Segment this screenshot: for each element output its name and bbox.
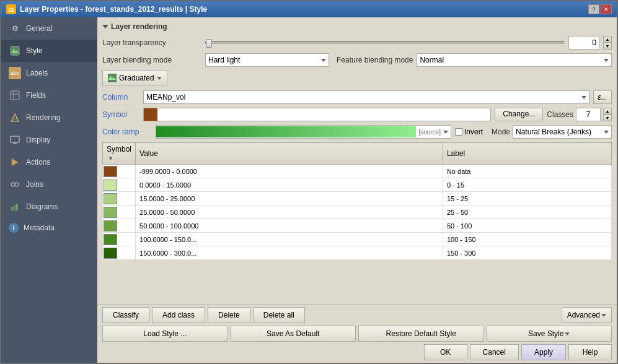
classes-section: Classes ▲ ▼ xyxy=(547,108,612,121)
add-class-button[interactable]: Add class xyxy=(152,307,205,323)
sidebar-item-metadata[interactable]: i Metadata xyxy=(1,218,97,238)
delete-all-button[interactable]: Delete all xyxy=(253,307,305,323)
save-style-arrow-icon xyxy=(565,332,570,336)
cancel-button[interactable]: Cancel xyxy=(470,344,519,360)
th-value[interactable]: Value xyxy=(136,143,443,165)
restore-default-button[interactable]: Restore Default Style xyxy=(358,326,484,342)
sidebar-item-labels[interactable]: abc Labels xyxy=(1,62,97,84)
table-row[interactable]: 150.0000 - 300.0... 150 - 300 xyxy=(103,246,612,260)
svg-rect-13 xyxy=(16,204,18,210)
mode-select[interactable]: Natural Breaks (Jenks) xyxy=(513,125,612,139)
graduated-button[interactable]: Graduated xyxy=(102,71,167,85)
general-icon: ⚙ xyxy=(9,22,21,35)
close-btn[interactable]: ✕ xyxy=(601,4,612,14)
classify-button[interactable]: Classify xyxy=(102,307,149,323)
dialog-buttons-row: OK Cancel Apply Help xyxy=(102,344,612,360)
svg-point-9 xyxy=(11,183,15,186)
color-swatch xyxy=(104,220,117,232)
classes-input[interactable] xyxy=(576,108,601,121)
column-arrow-icon xyxy=(581,96,586,99)
bottom-buttons: Classify Add class Delete Delete all Adv… xyxy=(97,304,617,363)
label-cell: 15 - 25 xyxy=(443,192,611,206)
value-cell: 50.0000 - 100.0000 xyxy=(136,219,443,233)
table-row[interactable]: 100.0000 - 150.0... 100 - 150 xyxy=(103,233,612,246)
color-ramp-source: [source] xyxy=(416,129,443,136)
ok-button[interactable]: OK xyxy=(424,344,467,360)
spin-up[interactable]: ▲ xyxy=(603,36,612,43)
invert-checkbox[interactable] xyxy=(455,128,462,136)
collapse-icon[interactable] xyxy=(102,25,108,28)
sidebar-label-display: Display xyxy=(26,136,50,144)
sidebar-label-general: General xyxy=(26,24,53,33)
th-label[interactable]: Label xyxy=(443,143,611,165)
color-cell xyxy=(103,178,136,192)
spin-down[interactable]: ▼ xyxy=(603,43,612,50)
svg-point-4 xyxy=(13,116,17,119)
blending-label: Layer blending mode xyxy=(102,56,201,64)
sidebar-item-joins[interactable]: Joins xyxy=(1,173,97,196)
joins-icon xyxy=(9,178,21,191)
window-title: Layer Properties - forest_stands_2012_re… xyxy=(20,5,207,14)
column-label: Column xyxy=(102,93,139,102)
color-ramp-select[interactable]: [source] xyxy=(156,125,451,139)
transparency-slider[interactable] xyxy=(205,41,565,44)
color-swatch xyxy=(104,166,117,177)
change-button[interactable]: Change... xyxy=(495,108,543,121)
sidebar-item-general[interactable]: ⚙ General xyxy=(1,17,97,40)
delete-button[interactable]: Delete xyxy=(208,307,250,323)
classes-spin-down[interactable]: ▼ xyxy=(603,115,612,121)
load-style-button[interactable]: Load Style ... xyxy=(102,326,228,342)
blending-arrow-icon xyxy=(321,59,326,62)
label-cell: 25 - 50 xyxy=(443,206,611,219)
svg-rect-1 xyxy=(11,91,19,100)
help-btn[interactable]: ? xyxy=(588,4,599,14)
classes-spin-up[interactable]: ▲ xyxy=(603,108,612,115)
style-icon xyxy=(9,45,21,57)
save-as-default-button[interactable]: Save As Default xyxy=(231,326,356,342)
title-buttons: ? ✕ xyxy=(588,4,612,14)
save-style-button[interactable]: Save Style xyxy=(487,326,612,342)
layer-rendering-title: Layer rendering xyxy=(111,22,167,31)
sidebar-item-fields[interactable]: Fields xyxy=(1,84,97,106)
transparency-spin: ▲ ▼ xyxy=(603,36,612,50)
sidebar-item-style[interactable]: Style xyxy=(1,40,97,62)
label-cell: 50 - 100 xyxy=(443,219,611,233)
table-row[interactable]: 50.0000 - 100.0000 50 - 100 xyxy=(103,219,612,233)
feature-blending-select[interactable]: Normal xyxy=(417,53,612,67)
svg-point-10 xyxy=(15,183,19,186)
sidebar-item-diagrams[interactable]: Diagrams xyxy=(1,196,97,218)
advanced-button[interactable]: Advanced xyxy=(562,307,612,323)
sidebar-label-metadata: Metadata xyxy=(24,223,55,232)
sidebar-item-rendering[interactable]: Rendering xyxy=(1,106,97,129)
sort-icon-symbol: ▼ xyxy=(108,155,113,162)
value-cell: 0.0000 - 15.0000 xyxy=(136,178,443,192)
label-cell: 100 - 150 xyxy=(443,233,611,246)
help-button[interactable]: Help xyxy=(568,344,612,360)
value-cell: 15.0000 - 25.0000 xyxy=(136,192,443,206)
sidebar-label-diagrams: Diagrams xyxy=(26,202,58,211)
slider-thumb[interactable] xyxy=(206,39,212,48)
sidebar-item-actions[interactable]: Actions xyxy=(1,151,97,173)
transparency-slider-container xyxy=(205,41,565,44)
table-row[interactable]: 0.0000 - 15.0000 0 - 15 xyxy=(103,178,612,192)
graduated-label: Graduated xyxy=(119,74,154,82)
labels-icon: abc xyxy=(9,67,21,79)
th-symbol[interactable]: Symbol ▼ xyxy=(103,143,136,165)
blending-select[interactable]: Hard light xyxy=(205,53,329,67)
table-row[interactable]: 25.0000 - 50.0000 25 - 50 xyxy=(103,206,612,219)
sidebar-label-fields: Fields xyxy=(26,91,46,100)
column-select[interactable]: MEANp_vol xyxy=(143,90,589,104)
symbol-label: Symbol xyxy=(102,110,139,119)
sidebar-label-labels: Labels xyxy=(26,69,48,77)
style-row: Load Style ... Save As Default Restore D… xyxy=(102,326,612,342)
epsilon-button[interactable]: ε... xyxy=(593,90,612,104)
feature-blending-arrow-icon xyxy=(604,59,609,62)
table-row[interactable]: -999.0000 - 0.0000 No data xyxy=(103,165,612,178)
diagrams-icon xyxy=(9,201,21,213)
table-row[interactable]: 15.0000 - 25.0000 15 - 25 xyxy=(103,192,612,206)
color-swatch xyxy=(104,248,117,259)
feature-blending-label: Feature blending mode xyxy=(337,56,413,64)
apply-button[interactable]: Apply xyxy=(521,344,566,360)
transparency-value-input[interactable] xyxy=(568,36,599,50)
sidebar-item-display[interactable]: Display xyxy=(1,129,97,151)
